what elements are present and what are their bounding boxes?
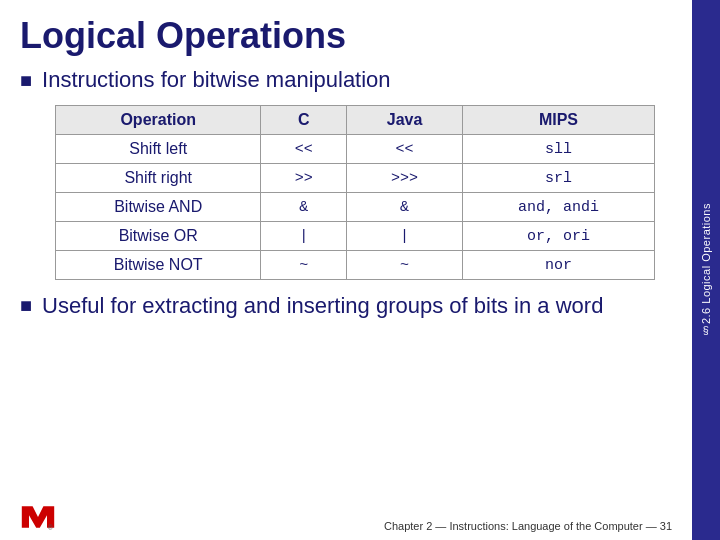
sidebar-label: §2.6 Logical Operations bbox=[700, 203, 712, 337]
table-cell: or, ori bbox=[462, 222, 654, 251]
main-content: Logical Operations ■ Instructions for bi… bbox=[0, 0, 692, 540]
page-title: Logical Operations bbox=[20, 15, 672, 57]
col-header-operation: Operation bbox=[56, 106, 261, 135]
bullet-2-text: Useful for extracting and inserting grou… bbox=[42, 292, 603, 321]
table-row: Bitwise AND&&and, andi bbox=[56, 193, 655, 222]
table-row: Shift left<<<<sll bbox=[56, 135, 655, 164]
table-cell: ~ bbox=[347, 251, 463, 280]
footer-logo: ® bbox=[20, 502, 56, 532]
col-header-java: Java bbox=[347, 106, 463, 135]
table-cell: Shift right bbox=[56, 164, 261, 193]
table-cell: and, andi bbox=[462, 193, 654, 222]
table-cell: Shift left bbox=[56, 135, 261, 164]
footer-text: Chapter 2 — Instructions: Language of th… bbox=[384, 520, 672, 532]
table-cell: nor bbox=[462, 251, 654, 280]
table-cell: & bbox=[261, 193, 347, 222]
table-body: Shift left<<<<sllShift right>>>>>srlBitw… bbox=[56, 135, 655, 280]
table-cell: >> bbox=[261, 164, 347, 193]
svg-text:®: ® bbox=[48, 525, 53, 532]
table-cell: >>> bbox=[347, 164, 463, 193]
table-cell: Bitwise NOT bbox=[56, 251, 261, 280]
mk-logo-icon: ® bbox=[20, 502, 56, 532]
table-cell: & bbox=[347, 193, 463, 222]
table-row: Bitwise NOT~~nor bbox=[56, 251, 655, 280]
table-header-row: Operation C Java MIPS bbox=[56, 106, 655, 135]
table-cell: Bitwise OR bbox=[56, 222, 261, 251]
table-cell: Bitwise AND bbox=[56, 193, 261, 222]
bullet-1-text: Instructions for bitwise manipulation bbox=[42, 67, 391, 93]
col-header-c: C bbox=[261, 106, 347, 135]
operations-table-wrapper: Operation C Java MIPS Shift left<<<<sllS… bbox=[55, 105, 672, 280]
bullet-1-marker: ■ bbox=[20, 69, 32, 92]
table-cell: srl bbox=[462, 164, 654, 193]
table-cell: | bbox=[261, 222, 347, 251]
col-header-mips: MIPS bbox=[462, 106, 654, 135]
footer: Chapter 2 — Instructions: Language of th… bbox=[0, 520, 692, 532]
operations-table: Operation C Java MIPS Shift left<<<<sllS… bbox=[55, 105, 655, 280]
bullet-2-marker: ■ bbox=[20, 294, 32, 317]
table-cell: | bbox=[347, 222, 463, 251]
table-row: Shift right>>>>>srl bbox=[56, 164, 655, 193]
bullet-2-section: ■ Useful for extracting and inserting gr… bbox=[20, 292, 672, 321]
table-cell: sll bbox=[462, 135, 654, 164]
table-cell: << bbox=[347, 135, 463, 164]
sidebar: §2.6 Logical Operations bbox=[692, 0, 720, 540]
bullet-1-section: ■ Instructions for bitwise manipulation bbox=[20, 67, 672, 93]
table-cell: ~ bbox=[261, 251, 347, 280]
table-row: Bitwise OR||or, ori bbox=[56, 222, 655, 251]
table-cell: << bbox=[261, 135, 347, 164]
